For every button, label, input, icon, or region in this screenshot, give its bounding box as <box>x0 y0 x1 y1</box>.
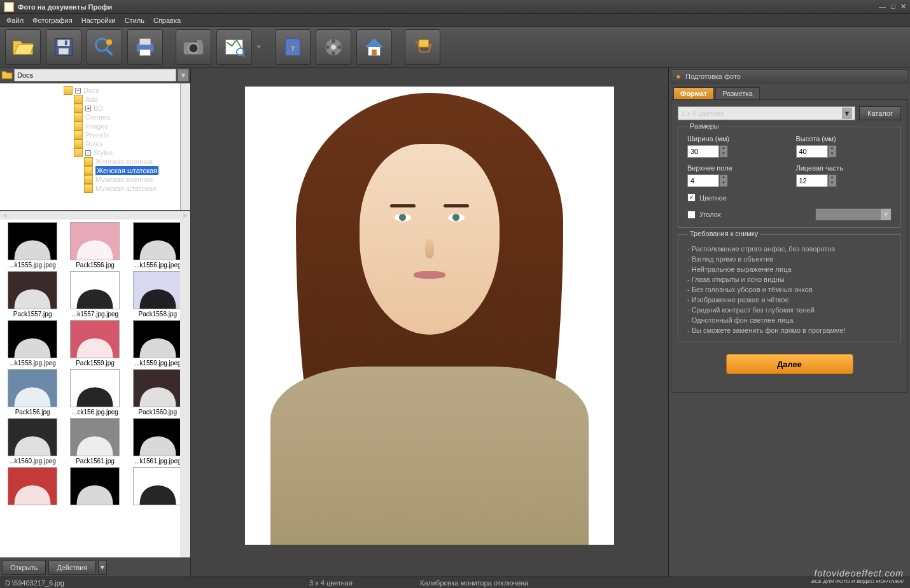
cart-button[interactable] <box>405 29 440 65</box>
tree-item: Rules <box>74 139 190 148</box>
help-button[interactable]: ? <box>275 29 311 65</box>
thumbnail-item[interactable]: ...ck156.jpg.jpeg <box>65 369 125 416</box>
svg-rect-23 <box>372 49 377 55</box>
menubar: Файл Фотография Настройки Стиль Справка <box>0 14 910 27</box>
thumbnail-item[interactable]: Pack1561.jpg <box>65 418 125 465</box>
top-spinner[interactable]: ▲▼ <box>719 174 728 187</box>
tree-item: Presets <box>74 130 190 139</box>
thumbnail-label: Pack1559.jpg <box>76 360 115 367</box>
tree-item: Женская штатская <box>84 166 190 175</box>
window-title: Фото на документы Профи <box>18 3 879 11</box>
preview-button[interactable] <box>87 29 122 65</box>
actions-dropdown[interactable]: ▾ <box>98 561 107 575</box>
close-icon[interactable]: ✕ <box>900 3 906 11</box>
menu-file[interactable]: Файл <box>6 17 24 24</box>
svg-point-22 <box>326 45 330 49</box>
thumbnail-item[interactable]: Pack1558.jpg <box>128 271 188 318</box>
thumbnail-label: ...ck156.jpg.jpeg <box>72 409 118 416</box>
path-dropdown[interactable]: ▼ <box>178 69 189 81</box>
thumbnail-item[interactable]: ...k1561.jpg.jpeg <box>128 418 188 465</box>
width-spinner[interactable]: ▲▼ <box>719 145 728 158</box>
svg-rect-24 <box>419 39 428 46</box>
folder-tree[interactable]: −Docs Add +BD Corners Images Presets Rul… <box>0 83 190 211</box>
face-spinner[interactable]: ▲▼ <box>828 174 837 187</box>
tree-item: Corners <box>74 113 190 122</box>
thumbnail-item[interactable] <box>3 467 62 507</box>
menu-help[interactable]: Справка <box>153 17 181 24</box>
thumbnail-label: ...k1559.jpg.jpeg <box>134 360 181 367</box>
thumbnail-label: ...k1560.jpg.jpeg <box>9 458 55 465</box>
menu-settings[interactable]: Настройки <box>81 17 116 24</box>
next-button[interactable]: Далее <box>726 354 853 374</box>
height-input[interactable] <box>796 145 828 158</box>
requirements-legend: Требования к снимку <box>687 230 760 237</box>
menu-style[interactable]: Стиль <box>125 17 144 24</box>
thumbs-scrollbar[interactable] <box>180 220 190 557</box>
thumbnail-label: Pack156.jpg <box>15 409 50 416</box>
titlebar: Фото на документы Профи — □ ✕ <box>0 0 910 14</box>
thumbnail-item[interactable]: Pack1556.jpg <box>65 222 125 269</box>
menu-photo[interactable]: Фотография <box>32 17 73 24</box>
corner-checkbox[interactable] <box>687 211 696 219</box>
save-button[interactable] <box>46 29 81 65</box>
app-icon <box>4 2 14 12</box>
svg-rect-13 <box>197 39 202 43</box>
color-checkbox[interactable]: ✓ <box>687 193 696 202</box>
width-input[interactable] <box>687 145 719 158</box>
thumbnail-item[interactable]: ...k1556.jpg.jpeg <box>128 222 188 269</box>
thumbnail-item[interactable]: Pack1559.jpg <box>65 320 125 367</box>
open-button[interactable]: Открыть <box>2 561 46 575</box>
home-button[interactable] <box>356 29 392 65</box>
corner-label: Уголок <box>699 211 721 218</box>
right-panel: ★ Подготовка фото Формат Разметка 3 x 4 … <box>668 67 910 577</box>
video-button[interactable] <box>316 29 351 65</box>
thumbnail-item[interactable]: ...k1559.jpg.jpeg <box>128 320 188 367</box>
requirement-item: Вы сможете заменить фон прямо в программ… <box>687 325 892 335</box>
corner-select[interactable]: ▼ <box>815 208 892 221</box>
print-button[interactable] <box>127 29 163 65</box>
top-margin-input[interactable] <box>687 174 719 187</box>
svg-point-25 <box>419 52 423 56</box>
open-folder-button[interactable] <box>5 29 41 65</box>
tree-scrollbar[interactable] <box>180 83 190 210</box>
svg-rect-3 <box>58 39 70 46</box>
thumbnail-item[interactable]: ...k1558.jpg.jpeg <box>3 320 62 367</box>
thumbnail-item[interactable] <box>65 467 125 507</box>
tree-item: Мужская военная <box>84 175 190 184</box>
format-select[interactable]: 3 x 4 цветная▼ <box>678 106 855 120</box>
path-input[interactable] <box>14 69 176 81</box>
thumbnail-label: Pack1556.jpg <box>76 262 115 269</box>
face-part-input[interactable] <box>796 174 828 187</box>
thumbnail-item[interactable]: ...k1560.jpg.jpeg <box>3 418 62 465</box>
photo-preview <box>245 87 614 545</box>
thumbnail-item[interactable] <box>128 467 188 507</box>
actions-button[interactable]: Действия <box>48 561 95 575</box>
svg-point-7 <box>106 39 113 45</box>
thumbnail-item[interactable]: Pack156.jpg <box>3 369 62 416</box>
thumbnail-item[interactable]: ...k1555.jpg.jpeg <box>3 222 62 269</box>
thumbnail-label: Pack1561.jpg <box>76 458 115 465</box>
tab-format[interactable]: Формат <box>673 87 714 99</box>
thumbnail-item[interactable]: Pack1560.jpg <box>128 369 188 416</box>
minimize-icon[interactable]: — <box>879 3 886 11</box>
svg-rect-5 <box>65 40 67 45</box>
svg-rect-9 <box>139 38 150 44</box>
requirement-item: Без головных уборов и тёмных очков <box>687 284 892 295</box>
scan-button[interactable] <box>216 29 252 65</box>
requirement-item: Нейтральное выражение лица <box>687 264 892 274</box>
thumbnail-label: ...k1557.jpg.jpeg <box>72 311 118 318</box>
tab-markup[interactable]: Разметка <box>715 87 760 99</box>
tree-item: Images <box>74 122 190 130</box>
watermark: fotovideoeffect.com ВСЕ ДЛЯ ФОТО И ВИДЕО… <box>811 568 904 584</box>
height-spinner[interactable]: ▲▼ <box>828 145 837 158</box>
thumbnail-item[interactable]: ...k1557.jpg.jpeg <box>65 271 125 318</box>
tree-item: Мужская штатская <box>84 184 190 193</box>
thumbnail-item[interactable]: Pack1557.jpg <box>3 271 62 318</box>
camera-button[interactable] <box>176 29 211 65</box>
maximize-icon[interactable]: □ <box>891 3 895 11</box>
tree-item: +BD <box>74 104 190 113</box>
status-file: D:\59403217_6.jpg <box>5 579 64 587</box>
catalog-button[interactable]: Каталог <box>859 106 901 120</box>
svg-point-12 <box>188 43 198 53</box>
status-calibration: Калибровка монитора отключена <box>420 579 528 587</box>
